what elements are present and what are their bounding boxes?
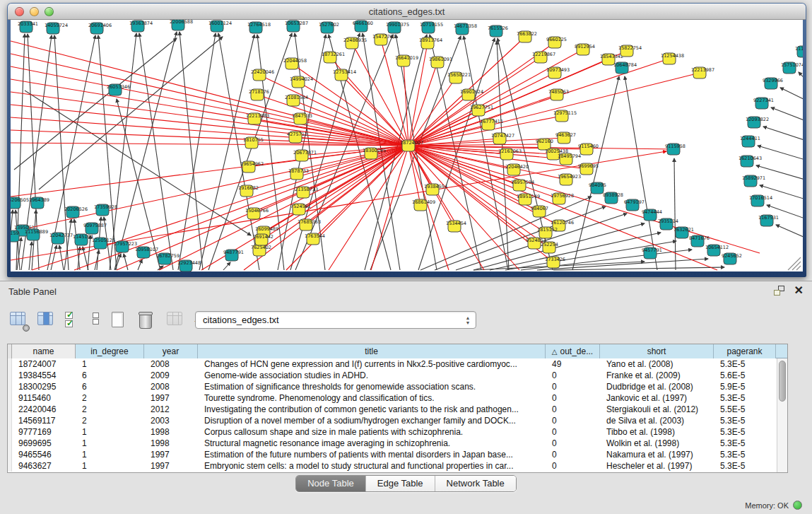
cell-pagerank[interactable]: 5.3E-5 — [714, 426, 776, 438]
cell-pagerank[interactable]: 5.3E-5 — [714, 392, 776, 404]
table-row[interactable]: 1938455462009Genome-wide association stu… — [8, 370, 787, 381]
cell-in_degree[interactable]: 1 — [76, 358, 144, 370]
column-header-out_degree[interactable]: △out_de... — [546, 344, 600, 358]
cell-year[interactable]: 1997 — [144, 449, 198, 460]
cell-title[interactable]: Disruption of a novel member of a sodium… — [198, 415, 546, 426]
table-vertical-scrollbar[interactable] — [777, 358, 787, 472]
cell-short[interactable]: Franke et al. (2009) — [600, 370, 714, 381]
column-header-year[interactable]: year — [144, 344, 198, 358]
cell-out_degree[interactable]: 0 — [546, 381, 600, 392]
tab-network-table[interactable]: Network Table — [435, 476, 516, 491]
tab-edge-table[interactable]: Edge Table — [366, 476, 435, 491]
cell-out_degree[interactable]: 0 — [546, 370, 600, 381]
table-row[interactable]: 977716911998Corpus callosum shape and si… — [8, 426, 787, 438]
column-chooser-button[interactable] — [37, 312, 56, 330]
cell-out_degree[interactable]: 0 — [546, 404, 600, 415]
cell-year[interactable]: 2008 — [144, 381, 198, 392]
cell-year[interactable]: 2008 — [144, 358, 198, 370]
column-header-in_degree[interactable]: in_degree — [76, 344, 144, 358]
cell-name[interactable]: 9699695 — [12, 438, 76, 449]
cell-out_degree[interactable]: 0 — [546, 392, 600, 404]
cell-in_degree[interactable]: 6 — [76, 370, 144, 381]
cell-title[interactable]: Estimation of significance thresholds fo… — [198, 381, 546, 392]
table-row[interactable]: 946554611997Estimation of the future num… — [8, 449, 787, 460]
cell-in_degree[interactable]: 2 — [76, 404, 144, 415]
cell-title[interactable]: Estimation of the future numbers of pati… — [198, 449, 546, 460]
table-row[interactable]: 2242004622012Investigating the contribut… — [8, 404, 787, 415]
cell-pagerank[interactable]: 5.9E-5 — [714, 381, 776, 392]
cell-in_degree[interactable]: 1 — [76, 438, 144, 449]
cell-short[interactable]: de Silva et al. (2003) — [600, 415, 714, 426]
cell-short[interactable]: Dudbridge et al. (2008) — [600, 381, 714, 392]
tab-node-table[interactable]: Node Table — [296, 476, 366, 491]
cell-out_degree[interactable]: 49 — [546, 358, 600, 370]
table-row[interactable]: 946362711997Embryonic stem cells: a mode… — [8, 460, 787, 472]
table-row[interactable]: 969969511998Structural magnetic resonanc… — [8, 438, 787, 449]
citation-network-graph[interactable]: 2033341140557242069140619363874220065881… — [11, 20, 803, 271]
cell-year[interactable]: 2012 — [144, 404, 198, 415]
cell-title[interactable]: Genome-wide association studies in ADHD. — [198, 370, 546, 381]
cell-title[interactable]: Changes of HCN gene expression and I(f) … — [198, 358, 546, 370]
cell-pagerank[interactable]: 5.3E-5 — [714, 438, 776, 449]
deselect-all-button[interactable] — [93, 312, 102, 330]
close-panel-icon[interactable]: ✕ — [794, 286, 804, 296]
cell-title[interactable]: Investigating the contribution of common… — [198, 404, 546, 415]
cell-pagerank[interactable]: 5.3E-5 — [714, 415, 776, 426]
cell-in_degree[interactable]: 2 — [76, 415, 144, 426]
cell-in_degree[interactable]: 6 — [76, 381, 144, 392]
cell-year[interactable]: 1998 — [144, 438, 198, 449]
table-selector-dropdown[interactable]: citations_edges.txt ▲▼ — [195, 311, 476, 329]
cell-short[interactable]: Stergiakouli et al. (2012) — [600, 404, 714, 415]
cell-name[interactable]: 14569117 — [12, 415, 76, 426]
column-header-title[interactable]: title — [198, 344, 546, 358]
network-graph-canvas[interactable]: 2033341140557242069140619363874220065881… — [11, 20, 803, 271]
table-row[interactable]: 1456911722003Disruption of a novel membe… — [8, 415, 787, 426]
cell-name[interactable]: 9465546 — [12, 449, 76, 460]
cell-short[interactable]: Wolkin et al. (1998) — [600, 438, 714, 449]
cell-pagerank[interactable]: 5.3E-5 — [714, 358, 776, 370]
float-panel-icon[interactable] — [774, 286, 784, 296]
cell-out_degree[interactable]: 0 — [546, 415, 600, 426]
cell-short[interactable]: Yano et al. (2008) — [600, 358, 714, 370]
cell-pagerank[interactable]: 5.3E-5 — [714, 460, 776, 472]
table-row[interactable]: 911546021997Tourette syndrome. Phenomeno… — [8, 392, 787, 404]
cell-title[interactable]: Corpus callosum shape and size in male p… — [198, 426, 546, 438]
cell-out_degree[interactable]: 0 — [546, 426, 600, 438]
cell-pagerank[interactable]: 5.6E-5 — [714, 370, 776, 381]
cell-title[interactable]: Embryonic stem cells: a model to study s… — [198, 460, 546, 472]
column-header-name[interactable]: name — [12, 344, 76, 358]
cell-name[interactable]: 9463627 — [12, 460, 76, 472]
cell-short[interactable]: Tibbo et al. (1998) — [600, 426, 714, 438]
table-row[interactable]: 1830029562008Estimation of significance … — [8, 381, 787, 392]
cell-year[interactable]: 2003 — [144, 415, 198, 426]
memory-ok-indicator[interactable] — [793, 501, 802, 510]
cell-year[interactable]: 1997 — [144, 392, 198, 404]
table-row[interactable]: 1872400712008Changes of HCN gene express… — [8, 358, 787, 370]
cell-in_degree[interactable]: 1 — [76, 460, 144, 472]
cell-title[interactable]: Structural magnetic resonance image aver… — [198, 438, 546, 449]
column-header-short[interactable]: short — [600, 344, 714, 358]
window-titlebar[interactable]: citations_edges.txt — [8, 4, 806, 20]
cell-year[interactable]: 1997 — [144, 460, 198, 472]
cell-title[interactable]: Tourette syndrome. Phenomenology and cla… — [198, 392, 546, 404]
select-all-button[interactable] — [65, 312, 83, 330]
cell-pagerank[interactable]: 5.3E-5 — [714, 449, 776, 460]
cell-name[interactable]: 9115460 — [12, 392, 76, 404]
cell-year[interactable]: 2009 — [144, 370, 198, 381]
cell-in_degree[interactable]: 2 — [76, 392, 144, 404]
new-column-button[interactable] — [112, 312, 130, 330]
cell-name[interactable]: 18300295 — [12, 381, 76, 392]
cell-in_degree[interactable]: 1 — [76, 426, 144, 438]
cell-short[interactable]: Hescheler et al. (1997) — [600, 460, 714, 472]
column-header-pagerank[interactable]: pagerank — [714, 344, 776, 358]
scrollbar-thumb[interactable] — [779, 361, 786, 402]
cell-short[interactable]: Jankovic et al. (1997) — [600, 392, 714, 404]
cell-out_degree[interactable]: 0 — [546, 449, 600, 460]
cell-name[interactable]: 18724007 — [12, 358, 76, 370]
table-settings-button[interactable] — [10, 312, 28, 330]
cell-pagerank[interactable]: 5.5E-5 — [714, 404, 776, 415]
cell-out_degree[interactable]: 0 — [546, 460, 600, 472]
cell-short[interactable]: Nakamura et al. (1997) — [600, 449, 714, 460]
cell-name[interactable]: 19384554 — [12, 370, 76, 381]
cell-out_degree[interactable]: 0 — [546, 438, 600, 449]
